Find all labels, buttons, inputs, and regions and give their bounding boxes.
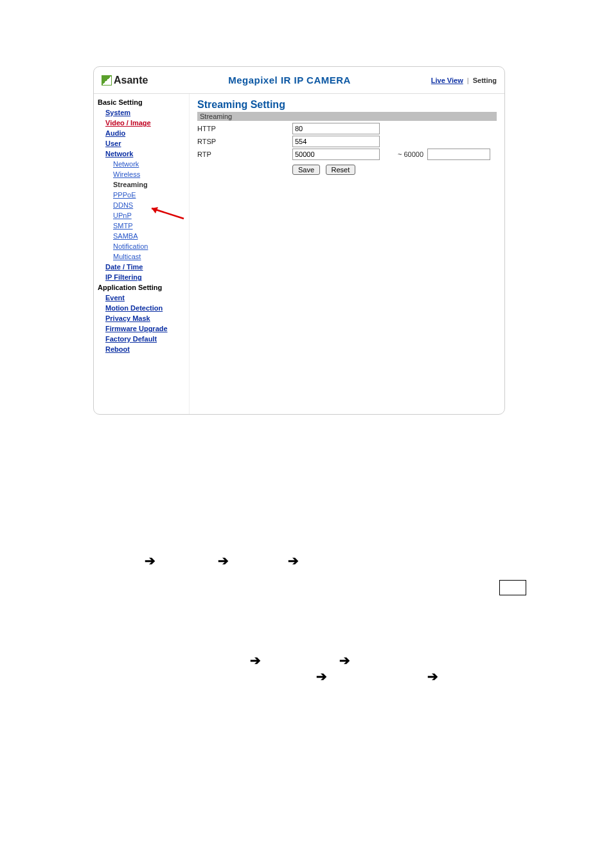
reset-button[interactable]: Reset xyxy=(326,165,356,175)
sidebar-item-streaming[interactable]: Streaming xyxy=(94,179,189,190)
header-links: Live View | Setting xyxy=(431,77,497,84)
rtsp-label: RTSP xyxy=(197,138,292,145)
page-number-box xyxy=(499,580,526,595)
sidebar-item-notification[interactable]: Notification xyxy=(94,241,189,251)
sidebar-item-ddns[interactable]: DDNS xyxy=(94,200,189,210)
sidebar-item-reboot[interactable]: Reboot xyxy=(94,344,189,354)
rtp-row: RTP ~ 60000 xyxy=(197,148,497,161)
rtp-from-input[interactable] xyxy=(292,149,380,160)
rtp-tilde: ~ 60000 xyxy=(380,150,427,158)
sidebar-item-event[interactable]: Event xyxy=(94,293,189,303)
sidebar-item-multicast[interactable]: Multicast xyxy=(94,251,189,262)
sidebar-item-motion-detection[interactable]: Motion Detection xyxy=(94,303,189,313)
brand-logo: Asante xyxy=(102,75,148,86)
sidebar-item-video-image[interactable]: Video / Image xyxy=(94,118,189,128)
arrow-icon: ➔ xyxy=(427,669,438,684)
rtp-label: RTP xyxy=(197,150,292,158)
sidebar-item-network[interactable]: Network xyxy=(94,149,189,159)
rtp-to-input[interactable] xyxy=(427,149,490,160)
main-panel: Streaming Setting Streaming HTTP RTSP RT… xyxy=(190,94,504,414)
sidebar-item-wireless[interactable]: Wireless xyxy=(94,169,189,179)
sidebar-item-samba[interactable]: SAMBA xyxy=(94,231,189,241)
sidebar-item-upnp[interactable]: UPnP xyxy=(94,210,189,221)
app-frame: Asante Megapixel IR IP CAMERA Live View … xyxy=(93,66,505,415)
http-label: HTTP xyxy=(197,125,292,132)
brand-text: Asante xyxy=(114,75,148,86)
panel-title: Streaming Setting xyxy=(197,99,497,111)
arrow-icon: ➔ xyxy=(288,553,299,568)
arrow-icon: ➔ xyxy=(145,553,155,568)
rtsp-row: RTSP xyxy=(197,135,497,148)
sidebar-item-network-sub[interactable]: Network xyxy=(94,159,189,169)
camera-admin-screenshot: Asante Megapixel IR IP CAMERA Live View … xyxy=(93,66,505,415)
http-input[interactable] xyxy=(292,123,380,134)
sidebar-item-smtp[interactable]: SMTP xyxy=(94,221,189,231)
arrow-icon: ➔ xyxy=(218,553,229,568)
sidebar-item-audio[interactable]: Audio xyxy=(94,128,189,138)
sidebar-item-privacy-mask[interactable]: Privacy Mask xyxy=(94,313,189,323)
sidebar-item-system[interactable]: System xyxy=(94,107,189,118)
product-title: Megapixel IR IP CAMERA xyxy=(148,75,431,86)
save-button[interactable]: Save xyxy=(292,165,320,175)
live-view-link[interactable]: Live View xyxy=(431,77,463,84)
basic-setting-header: Basic Setting xyxy=(94,97,189,107)
sidebar-item-factory-default[interactable]: Factory Default xyxy=(94,334,189,344)
arrow-icon: ➔ xyxy=(339,653,350,668)
sidebar-item-firmware-upgrade[interactable]: Firmware Upgrade xyxy=(94,323,189,334)
sidebar-item-ip-filtering[interactable]: IP Filtering xyxy=(94,272,189,282)
panel-subheading: Streaming xyxy=(197,112,497,121)
application-setting-header: Application Setting xyxy=(94,282,189,293)
sidebar-item-pppoe[interactable]: PPPoE xyxy=(94,190,189,200)
arrow-icon: ➔ xyxy=(250,653,261,668)
rtsp-input[interactable] xyxy=(292,136,380,147)
button-row: Save Reset xyxy=(197,161,497,175)
separator: | xyxy=(465,77,471,84)
brand-icon xyxy=(102,75,112,86)
sidebar-item-user[interactable]: User xyxy=(94,138,189,149)
sidebar: Basic Setting System Video / Image Audio… xyxy=(94,94,190,414)
sidebar-item-date-time[interactable]: Date / Time xyxy=(94,262,189,272)
setting-link[interactable]: Setting xyxy=(473,77,497,84)
http-row: HTTP xyxy=(197,122,497,135)
app-header: Asante Megapixel IR IP CAMERA Live View … xyxy=(94,67,504,94)
arrow-icon: ➔ xyxy=(316,669,327,684)
